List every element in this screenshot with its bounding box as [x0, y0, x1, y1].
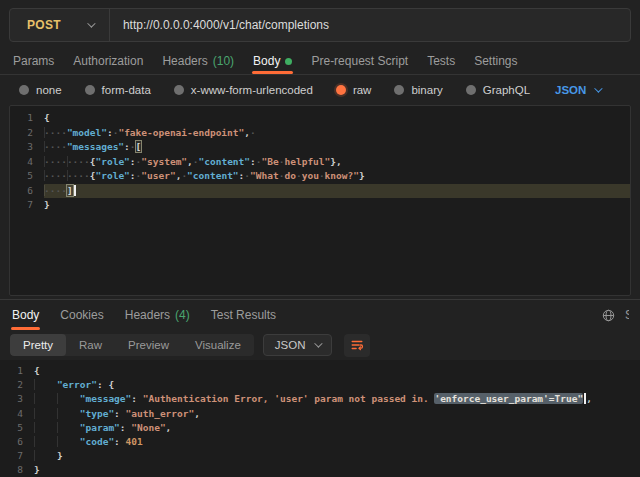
method-selector[interactable]: POST: [10, 9, 110, 41]
code-token-p: ,·: [187, 156, 198, 167]
line-number: 1: [0, 364, 34, 378]
code-token-s: "auth_error": [126, 408, 195, 419]
code-token-n: 401: [126, 436, 143, 447]
code-line[interactable]: 7}: [10, 198, 630, 213]
response-tab-cookies[interactable]: Cookies: [59, 300, 104, 330]
code-line[interactable]: 6····]: [10, 184, 630, 199]
code-token-sel: 'enforce_user_param'=True": [434, 393, 583, 404]
code-line[interactable]: 2····"model":·"fake-openai-endpoint",·: [10, 126, 630, 141]
indent-guide: [57, 393, 80, 404]
tab-body[interactable]: Body: [252, 48, 293, 74]
code-token-p: ,: [194, 408, 200, 419]
tab-pre-request-script[interactable]: Pre-request Script: [310, 48, 409, 74]
response-headers-count: (4): [175, 308, 190, 322]
tab-label: Tests: [427, 54, 455, 68]
url-input[interactable]: http://0.0.0.0:4000/v1/chat/completions: [110, 9, 630, 41]
request-tabs: Params Authorization Headers (10) Body P…: [0, 48, 640, 75]
code-token-p: }: [57, 450, 63, 461]
indent-guide: ····: [44, 170, 67, 181]
response-body-viewer[interactable]: 1{2 "error": {3 "message": "Authenticati…: [0, 360, 640, 477]
tab-label: Params: [13, 54, 54, 68]
response-tab-test-results[interactable]: Test Results: [210, 300, 277, 330]
chevron-down-icon: [87, 19, 95, 27]
code-token-p: :: [114, 408, 125, 419]
code-line[interactable]: 1{: [0, 364, 640, 378]
indent-guide: [34, 379, 57, 390]
radio-icon: [85, 85, 95, 95]
code-token-k: "content": [199, 156, 250, 167]
wrap-lines-icon: [350, 338, 364, 352]
line-number: 3: [10, 140, 44, 155]
code-line[interactable]: 3····"messages":·[: [10, 140, 630, 155]
code-line[interactable]: 5 "param": "None",: [0, 421, 640, 435]
code-token-k: "role": [96, 170, 130, 181]
code-token-s: "fake-openai-endpoint": [118, 127, 244, 138]
response-tab-headers[interactable]: Headers (4): [124, 300, 191, 330]
line-number: 2: [0, 378, 34, 392]
radio-binary[interactable]: binary: [394, 84, 442, 96]
wrap-lines-button[interactable]: [344, 334, 370, 357]
code-line[interactable]: 2 "error": {: [0, 378, 640, 392]
tab-params[interactable]: Params: [12, 48, 55, 74]
view-raw[interactable]: Raw: [66, 334, 115, 356]
line-number: 6: [10, 184, 44, 199]
response-section: Body Cookies Headers (4) Test Results: [0, 299, 640, 477]
indent-guide: [34, 450, 57, 461]
body-language-label: JSON: [555, 84, 586, 96]
code-token-k: "type": [80, 408, 114, 419]
code-line[interactable]: 4········{"role":·"system",·"content":·"…: [10, 155, 630, 170]
radio-icon: [394, 85, 404, 95]
radio-graphql[interactable]: GraphQL: [466, 84, 530, 96]
tab-label: Settings: [474, 54, 517, 68]
code-line[interactable]: 3 "message": "Authentication Error, 'use…: [0, 392, 640, 406]
code-token-p: :·: [107, 127, 118, 138]
body-language-dropdown[interactable]: JSON: [555, 84, 600, 96]
radio-form-data[interactable]: form-data: [85, 84, 151, 96]
code-line[interactable]: 5········{"role":·"user",·"content":·"Wh…: [10, 169, 630, 184]
line-number: 5: [10, 169, 44, 184]
method-label: POST: [27, 18, 61, 32]
code-token-k: "messages": [67, 141, 124, 152]
tab-authorization[interactable]: Authorization: [72, 48, 144, 74]
radio-raw[interactable]: raw: [336, 84, 372, 96]
code-token-k: "role": [96, 156, 130, 167]
code-token-s: "user": [141, 170, 175, 181]
line-number: 3: [0, 392, 34, 406]
indent-guide: [34, 436, 57, 447]
code-token-k: "message": [80, 393, 131, 404]
code-token-p: ,: [166, 422, 172, 433]
code-line[interactable]: 1{: [10, 111, 630, 126]
radio-label: form-data: [102, 84, 151, 96]
code-line[interactable]: 6 "code": 401: [0, 435, 640, 449]
code-line[interactable]: 7 }: [0, 449, 640, 463]
tab-settings[interactable]: Settings: [473, 48, 518, 74]
code-token-k: "code": [80, 436, 114, 447]
code-token-p: :·: [250, 156, 261, 167]
code-line[interactable]: 8}: [0, 463, 640, 477]
response-language-dropdown[interactable]: JSON: [263, 334, 333, 356]
line-number: 8: [0, 463, 34, 477]
body-mode-row: none form-data x-www-form-urlencoded raw…: [0, 75, 640, 105]
radio-none[interactable]: none: [19, 84, 62, 96]
code-token-s: "None": [131, 422, 165, 433]
view-pretty[interactable]: Pretty: [10, 334, 66, 356]
indent-guide: ····: [44, 156, 67, 167]
indent-guide: ····: [44, 141, 67, 152]
view-visualize[interactable]: Visualize: [182, 334, 254, 356]
radio-label: raw: [353, 84, 372, 96]
api-client-app: POST http://0.0.0.0:4000/v1/chat/complet…: [0, 0, 640, 477]
code-line[interactable]: 4 "type": "auth_error",: [0, 407, 640, 421]
response-tab-body[interactable]: Body: [11, 300, 40, 330]
headers-count: (10): [213, 54, 234, 68]
tab-tests[interactable]: Tests: [426, 48, 456, 74]
code-token-s: "What·do·you·know?": [250, 170, 359, 181]
network-globe-icon[interactable]: [602, 309, 615, 322]
request-body-editor[interactable]: 1{2····"model":·"fake-openai-endpoint",·…: [9, 105, 631, 296]
view-preview[interactable]: Preview: [115, 334, 182, 356]
radio-x-www-form-urlencoded[interactable]: x-www-form-urlencoded: [174, 84, 313, 96]
line-number: 1: [10, 111, 44, 126]
response-tabs: Body Cookies Headers (4) Test Results: [0, 300, 640, 330]
code-token-p: }: [44, 199, 50, 210]
tab-headers[interactable]: Headers (10): [161, 48, 235, 74]
tab-label: Authorization: [73, 54, 143, 68]
